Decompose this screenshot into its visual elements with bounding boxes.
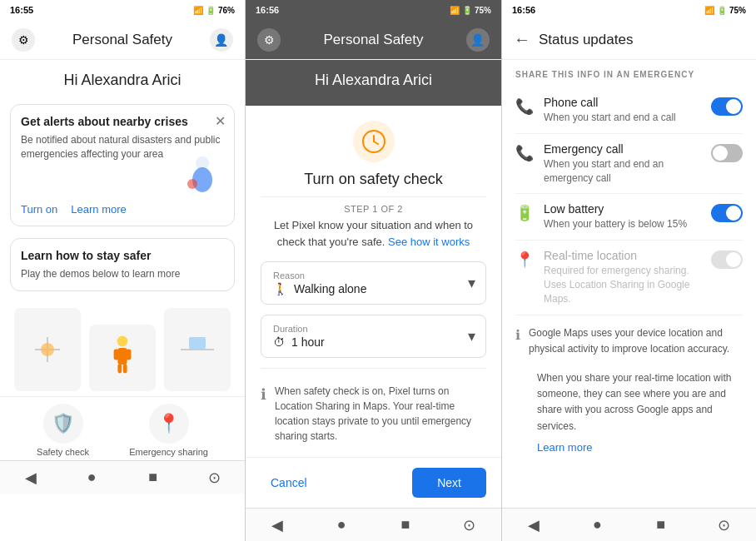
cancel-button[interactable]: Cancel <box>261 469 317 496</box>
emergency-call-sub: When you start and end an emergency call <box>544 157 711 186</box>
low-battery-left: 🔋 Low battery When your battery is below… <box>515 202 711 231</box>
phone-call-title: Phone call <box>544 96 676 109</box>
mid-bottom-bar: Cancel Next <box>246 457 501 508</box>
left-back-nav[interactable]: ◀ <box>18 465 43 490</box>
duration-text: 1 hour <box>291 335 325 349</box>
realtime-location-toggle[interactable] <box>711 251 743 269</box>
right-recents-nav[interactable]: ■ <box>649 513 674 538</box>
right-app-title: Status updates <box>539 32 633 48</box>
phone-call-sub: When you start and end a call <box>544 111 676 125</box>
svg-point-1 <box>192 167 212 192</box>
next-button[interactable]: Next <box>412 468 486 498</box>
info-icon: ℹ <box>261 385 266 444</box>
left-recents-nav[interactable]: ■ <box>141 465 166 490</box>
mid-battery-icon: 🔋 <box>462 6 472 15</box>
left-home-nav[interactable]: ● <box>79 465 104 490</box>
reason-value: 🚶 Walking alone <box>273 282 474 295</box>
mid-back-nav[interactable]: ◀ <box>265 513 290 538</box>
reason-dropdown[interactable]: Reason 🚶 Walking alone ▾ <box>261 261 486 305</box>
mid-info-box: ℹ When safety check is on, Pixel turns o… <box>261 375 486 452</box>
mid-recents-nav[interactable]: ■ <box>393 513 418 538</box>
emergency-call-text: Emergency call When you start and end an… <box>544 142 711 186</box>
low-battery-toggle[interactable] <box>711 204 743 222</box>
alert-card: ✕ Get alerts about nearby crises Be noti… <box>10 104 235 226</box>
mid-title: Turn on safety check <box>261 171 486 188</box>
mid-status-icons: 📶 🔋 75% <box>450 6 491 15</box>
right-home-nav[interactable]: ● <box>584 513 609 538</box>
left-battery: 76% <box>218 6 235 15</box>
see-how-link[interactable]: See how it works <box>388 236 470 248</box>
back-button[interactable]: ← <box>514 30 530 49</box>
mid-battery: 75% <box>475 6 491 15</box>
safety-check-shortcut[interactable]: 🛡️ Safety check <box>37 404 89 457</box>
phone-call-left: 📞 Phone call When you start and end a ca… <box>515 96 711 125</box>
right-app-bar: ← Status updates <box>502 20 756 60</box>
svg-rect-9 <box>126 350 131 360</box>
learn-more-link[interactable]: Learn more <box>537 441 743 454</box>
learn-card: Learn how to stay safer Play the demos b… <box>10 238 235 292</box>
realtime-location-text: Real-time location Required for emergenc… <box>544 249 711 305</box>
right-time: 16:56 <box>512 5 535 15</box>
mid-signal-icon: 📶 <box>450 6 460 15</box>
left-gear-icon[interactable]: ⚙ <box>12 28 35 52</box>
left-profile-icon[interactable]: 👤 <box>210 28 233 52</box>
left-assistant-nav[interactable]: ⊙ <box>201 465 226 490</box>
illus-3 <box>164 308 231 391</box>
reason-label: Reason <box>273 270 474 280</box>
left-greeting: Hi Alexandra Arici <box>0 60 245 97</box>
left-app-bar: ⚙ Personal Safety 👤 <box>0 20 245 60</box>
emergency-sharing-shortcut[interactable]: 📍 Emergency sharing <box>129 404 208 457</box>
mid-greeting: Hi Alexandra Arici <box>246 60 501 106</box>
low-battery-row: 🔋 Low battery When your battery is below… <box>515 194 743 241</box>
right-back-nav[interactable]: ◀ <box>521 513 546 538</box>
realtime-location-row: 📍 Real-time location Required for emerge… <box>515 241 743 315</box>
mid-assistant-nav[interactable]: ⊙ <box>457 513 482 538</box>
illus-1 <box>14 308 81 391</box>
emergency-call-icon: 📞 <box>515 144 534 162</box>
mid-app-title: Personal Safety <box>323 32 423 48</box>
realtime-location-title: Real-time location <box>544 249 711 262</box>
svg-point-5 <box>41 343 54 356</box>
emergency-sharing-label: Emergency sharing <box>129 447 208 457</box>
mid-gear-icon[interactable]: ⚙ <box>257 28 281 52</box>
realtime-location-left: 📍 Real-time location Required for emerge… <box>515 249 711 305</box>
left-time: 16:55 <box>10 5 33 15</box>
mid-home-nav[interactable]: ● <box>329 513 354 538</box>
left-status-bar: 16:55 📶 🔋 76% <box>0 0 245 20</box>
clock-icon <box>353 121 395 162</box>
learn-card-title: Learn how to stay safer <box>21 249 224 262</box>
safety-check-icon: 🛡️ <box>43 404 83 444</box>
duration-dropdown[interactable]: Duration ⏱ 1 hour ▾ <box>261 315 486 358</box>
close-icon[interactable]: ✕ <box>215 113 226 129</box>
right-panel: 16:56 📶 🔋 75% ← Status updates SHARE THI… <box>502 0 756 541</box>
turn-on-link[interactable]: Turn on <box>21 203 57 216</box>
mid-icon-area <box>261 106 486 171</box>
mid-profile-icon[interactable]: 👤 <box>466 28 490 52</box>
reason-dropdown-arrow: ▾ <box>468 274 475 292</box>
mid-desc: Let Pixel know your situation and when t… <box>261 217 486 250</box>
mid-divider-1 <box>261 196 486 197</box>
mid-divider-2 <box>261 368 486 369</box>
duration-icon: ⏱ <box>273 335 285 349</box>
alert-card-actions: Turn on Learn more <box>21 203 224 216</box>
svg-rect-8 <box>114 350 119 360</box>
learn-more-link[interactable]: Learn more <box>71 203 126 216</box>
svg-point-2 <box>187 179 197 189</box>
left-status-icons: 📶 🔋 76% <box>193 6 235 15</box>
emergency-call-row: 📞 Emergency call When you start and end … <box>515 134 743 195</box>
emergency-call-toggle[interactable] <box>711 144 743 162</box>
phone-call-toggle[interactable] <box>711 97 743 116</box>
phone-call-row: 📞 Phone call When you start and end a ca… <box>515 87 743 134</box>
right-assistant-nav[interactable]: ⊙ <box>712 513 737 538</box>
left-wifi-icon: 🔋 <box>206 6 216 15</box>
right-main-content: SHARE THIS INFO IN AN EMERGENCY 📞 Phone … <box>502 60 756 508</box>
left-app-title: Personal Safety <box>72 32 172 48</box>
emergency-sharing-icon: 📍 <box>149 404 189 444</box>
alert-illustration <box>177 151 227 201</box>
learn-card-text: Play the demos below to learn more <box>21 267 224 281</box>
safety-check-label: Safety check <box>37 447 89 457</box>
bottom-shortcuts: 🛡️ Safety check 📍 Emergency sharing <box>0 396 245 460</box>
alert-card-title: Get alerts about nearby crises <box>21 115 224 128</box>
info-circle-icon-1: ℹ <box>515 327 520 364</box>
right-status-bar: 16:56 📶 🔋 75% <box>502 0 756 20</box>
